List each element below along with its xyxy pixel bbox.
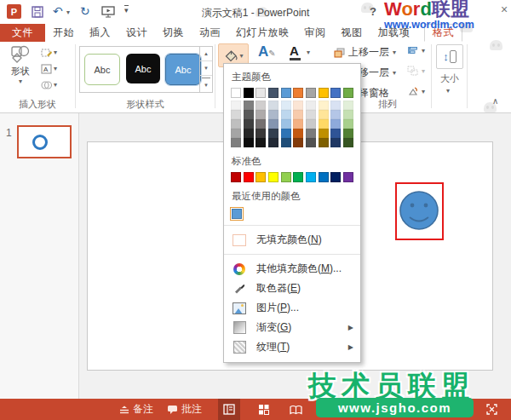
color-swatch[interactable] (268, 129, 278, 138)
smiley-shape[interactable] (397, 184, 442, 239)
color-swatch[interactable] (343, 129, 353, 138)
menu-item-eyedropper[interactable]: 取色器(E) (231, 279, 353, 298)
tab-slideshow[interactable]: 幻灯片放映 (228, 24, 297, 42)
menu-item-no-fill[interactable]: 无填充颜色(N) (231, 230, 353, 250)
color-swatch[interactable] (231, 172, 241, 182)
color-swatch[interactable] (330, 172, 341, 182)
color-swatch[interactable] (231, 88, 241, 98)
color-swatch[interactable] (343, 172, 353, 182)
color-swatch[interactable] (293, 172, 303, 182)
color-swatch[interactable] (343, 110, 353, 119)
text-fill-button[interactable]: A✎ (258, 43, 276, 60)
shapes-button[interactable]: 形状 ▾ (4, 44, 37, 95)
color-swatch[interactable] (319, 172, 329, 182)
color-swatch[interactable] (256, 101, 266, 110)
color-swatch[interactable] (306, 88, 316, 98)
color-swatch[interactable] (343, 119, 353, 129)
color-swatch[interactable] (244, 101, 254, 110)
color-swatch[interactable] (268, 110, 278, 119)
color-swatch[interactable] (293, 119, 303, 129)
group-button[interactable]: ▾ (407, 66, 425, 76)
color-swatch[interactable] (231, 138, 241, 147)
color-swatch[interactable] (256, 110, 266, 119)
color-swatch[interactable] (306, 110, 316, 119)
fullscreen-button[interactable] (480, 399, 502, 420)
color-swatch[interactable] (330, 119, 341, 129)
merge-shapes-button[interactable]: ▾ (41, 78, 57, 91)
color-swatch[interactable] (330, 138, 341, 147)
color-swatch[interactable] (268, 88, 278, 98)
size-button[interactable]: ↕ (436, 44, 463, 69)
color-swatch[interactable] (293, 88, 303, 98)
color-swatch[interactable] (293, 138, 303, 147)
color-swatch[interactable] (306, 101, 316, 110)
color-swatch[interactable] (244, 138, 254, 147)
color-swatch[interactable] (319, 101, 329, 110)
color-swatch[interactable] (330, 129, 341, 138)
reading-view-button[interactable] (284, 399, 307, 420)
color-swatch[interactable] (319, 138, 329, 147)
bring-forward-button[interactable]: 上移一层 ▾ (334, 45, 396, 60)
color-swatch[interactable] (343, 138, 353, 147)
edit-shape-button[interactable]: ▾ (41, 46, 57, 59)
color-swatch[interactable] (256, 119, 266, 129)
color-swatch[interactable] (343, 101, 353, 110)
color-swatch[interactable] (281, 172, 291, 182)
color-swatch[interactable] (281, 101, 291, 110)
color-swatch[interactable] (281, 88, 291, 98)
color-swatch[interactable] (244, 110, 254, 119)
color-swatch[interactable] (268, 138, 278, 147)
text-box-button[interactable]: A ▾ (41, 62, 57, 75)
color-swatch[interactable] (256, 172, 266, 182)
normal-view-button[interactable] (218, 399, 240, 420)
slide-sorter-view-button[interactable] (252, 399, 274, 420)
color-swatch[interactable] (232, 209, 242, 219)
color-swatch[interactable] (256, 88, 266, 98)
color-swatch[interactable] (319, 119, 329, 129)
color-swatch[interactable] (244, 172, 254, 182)
color-swatch[interactable] (306, 129, 316, 138)
notes-button[interactable]: 备注 (119, 399, 153, 420)
color-swatch[interactable] (268, 101, 278, 110)
color-swatch[interactable] (231, 119, 241, 129)
color-swatch[interactable] (281, 119, 291, 129)
style-preset-black[interactable]: Abc (126, 54, 160, 83)
size-dropdown-icon[interactable]: ▾ (446, 87, 450, 95)
color-swatch[interactable] (306, 138, 316, 147)
menu-item-gradient[interactable]: 渐变(G) ▶ (231, 318, 353, 337)
tab-transitions[interactable]: 切换 (155, 24, 192, 42)
color-swatch[interactable] (293, 110, 303, 119)
gallery-down-button[interactable]: ▼ (200, 61, 212, 76)
rotate-button[interactable]: ▾ (407, 86, 425, 96)
tab-review[interactable]: 审阅 (297, 24, 334, 42)
comments-button[interactable]: 批注 (167, 399, 202, 420)
style-preset-outline[interactable]: Abc (84, 54, 120, 85)
color-swatch[interactable] (330, 110, 341, 119)
slide-thumbnail[interactable] (17, 125, 72, 158)
color-swatch[interactable] (231, 110, 241, 119)
text-outline-button[interactable]: A (290, 43, 301, 60)
color-swatch[interactable] (268, 172, 278, 182)
color-swatch[interactable] (330, 101, 341, 110)
color-swatch[interactable] (319, 110, 329, 119)
color-swatch[interactable] (281, 129, 291, 138)
tab-design[interactable]: 设计 (118, 24, 155, 42)
color-swatch[interactable] (319, 129, 329, 138)
menu-item-more-fill-colors[interactable]: 其他填充颜色(M)... (231, 259, 353, 279)
color-swatch[interactable] (306, 119, 316, 129)
color-swatch[interactable] (244, 129, 254, 138)
gallery-more-button[interactable]: ▼ (202, 78, 210, 92)
gallery-up-button[interactable]: ▲ (200, 47, 212, 61)
tab-file[interactable]: 文件 (0, 24, 45, 42)
color-swatch[interactable] (330, 88, 341, 98)
tab-home[interactable]: 开始 (45, 24, 82, 42)
color-swatch[interactable] (231, 129, 241, 138)
color-swatch[interactable] (281, 138, 291, 147)
text-outline-dropdown-icon[interactable]: ▾ (307, 49, 310, 56)
color-swatch[interactable] (343, 88, 353, 98)
color-swatch[interactable] (293, 129, 303, 138)
color-swatch[interactable] (319, 88, 329, 98)
color-swatch[interactable] (256, 138, 266, 147)
color-swatch[interactable] (231, 101, 241, 110)
color-swatch[interactable] (256, 129, 266, 138)
